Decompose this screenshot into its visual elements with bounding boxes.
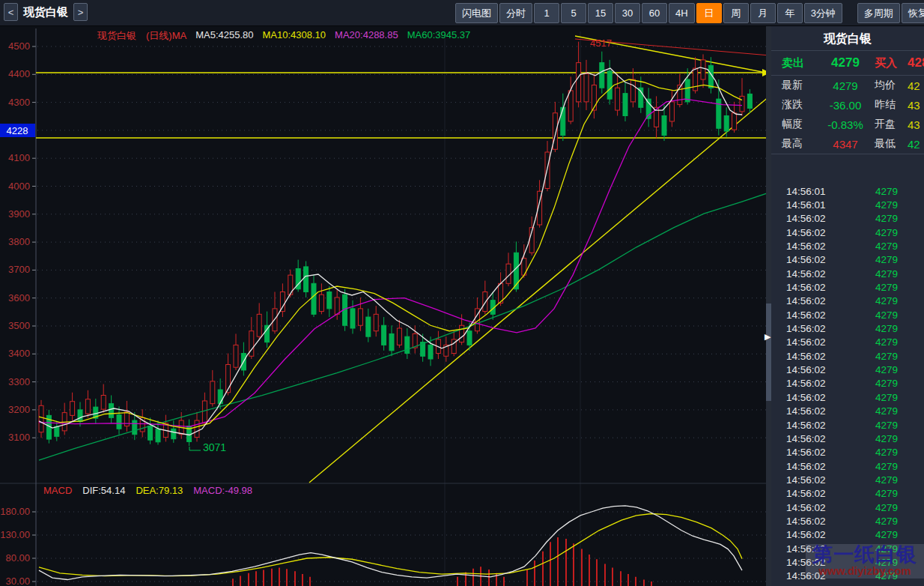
svg-text:3071: 3071 xyxy=(203,441,226,453)
tick-price: 4279 xyxy=(875,351,898,362)
period-button-5[interactable]: 5 xyxy=(561,3,586,23)
period-button-4H[interactable]: 4H xyxy=(669,3,695,23)
bid-ask-row: 卖出 4279 买入 428 xyxy=(771,51,924,76)
quote-label: 幅度 xyxy=(782,118,816,131)
tick-price: 4279 xyxy=(875,378,898,389)
tick-price: 4279 xyxy=(875,461,898,472)
tick-time: 14:56:02 xyxy=(786,405,826,417)
tick-row: 14:56:024279 xyxy=(771,487,924,501)
tick-time: 14:56:02 xyxy=(786,502,826,513)
splitter-handle[interactable] xyxy=(766,303,771,401)
svg-text:4500: 4500 xyxy=(8,40,30,52)
tick-price: 4279 xyxy=(875,488,898,499)
tick-time: 14:56:01 xyxy=(786,186,826,197)
quote-value: 42 xyxy=(908,138,924,151)
tick-row: 14:56:024279 xyxy=(771,528,924,542)
quote-row: 幅度-0.83%开盘43 xyxy=(771,115,924,134)
period-button-年[interactable]: 年 xyxy=(777,3,803,23)
tick-time: 14:56:02 xyxy=(786,392,826,403)
svg-text:4517: 4517 xyxy=(590,37,612,49)
quote-row: 涨跌-36.00昨结43 xyxy=(771,95,924,115)
price-macd-chart[interactable]: 4500440043004100400039003800370036003500… xyxy=(0,26,771,586)
tick-price: 4279 xyxy=(875,227,898,238)
tick-price: 4279 xyxy=(875,199,898,211)
svg-text:4400: 4400 xyxy=(8,68,30,79)
period-button-分时[interactable]: 分时 xyxy=(499,3,532,23)
tick-row: 14:56:024279 xyxy=(771,321,924,335)
tick-price: 4279 xyxy=(875,268,898,280)
next-symbol-button[interactable]: > xyxy=(73,3,88,21)
tick-row: 14:56:024279 xyxy=(771,514,924,528)
tick-time: 14:56:02 xyxy=(786,336,826,348)
tick-row: 14:56:014279 xyxy=(771,184,924,198)
tick-time: 14:56:02 xyxy=(786,461,826,472)
quote-panel: 现货白银 卖出 4279 买入 428 最新4279均价42涨跌-36.00昨结… xyxy=(771,26,924,586)
tick-price: 4279 xyxy=(875,241,898,252)
svg-text:3900: 3900 xyxy=(8,208,30,220)
tick-row: 14:56:024279 xyxy=(771,583,924,586)
tick-row: 14:56:024279 xyxy=(771,267,924,280)
tick-row: 14:56:024279 xyxy=(771,349,924,363)
period-button-15[interactable]: 15 xyxy=(588,3,613,23)
svg-text:3600: 3600 xyxy=(8,292,30,303)
watermark-title: 第一纸白银 xyxy=(806,544,924,565)
tick-time: 14:56:02 xyxy=(786,420,826,431)
tick-time: 14:56:02 xyxy=(786,364,826,375)
tick-row: 14:56:024279 xyxy=(771,446,924,459)
tick-time: 14:56:02 xyxy=(786,268,826,280)
prev-symbol-button[interactable]: < xyxy=(4,3,18,21)
period-button-3分钟[interactable]: 3分钟 xyxy=(804,3,842,23)
tick-time: 14:56:02 xyxy=(786,378,826,389)
tick-time: 14:56:02 xyxy=(786,241,826,252)
svg-text:4228: 4228 xyxy=(7,125,28,136)
tick-time: 14:56:02 xyxy=(786,282,826,293)
tick-price: 4279 xyxy=(875,254,898,265)
watermark: 第一纸白银 www.diyizby.com xyxy=(806,544,924,579)
tick-price: 4279 xyxy=(875,405,898,417)
tick-time: 14:56:02 xyxy=(786,213,826,224)
period-button-60[interactable]: 60 xyxy=(642,3,667,23)
tick-row: 14:56:024279 xyxy=(771,294,924,308)
quote-label: 最高 xyxy=(782,137,816,151)
tick-price: 4279 xyxy=(875,516,898,527)
period-button-闪电图[interactable]: 闪电图 xyxy=(455,3,498,23)
symbol-title: 现货白银 xyxy=(22,5,70,19)
time-sales-list[interactable]: 14:56:01427914:56:01427914:56:02427914:5… xyxy=(771,184,924,586)
collapse-panel-icon[interactable]: ▶ xyxy=(765,332,770,342)
period-button-恢复[interactable]: 恢复 xyxy=(902,3,924,23)
period-button-月[interactable]: 月 xyxy=(750,3,776,23)
tick-row: 14:56:024279 xyxy=(771,390,924,404)
tick-row: 14:56:024279 xyxy=(771,377,924,390)
tick-row: 14:56:014279 xyxy=(771,198,924,211)
tick-price: 4279 xyxy=(875,282,898,293)
tick-time: 14:56:02 xyxy=(786,309,826,321)
tick-time: 14:56:02 xyxy=(786,351,826,362)
top-toolbar: < 现货白银 > 闪电图分时151530604H日周月年3分钟多周期恢复 xyxy=(0,0,924,26)
tick-row: 14:56:024279 xyxy=(771,432,924,445)
svg-text:3200: 3200 xyxy=(8,404,30,415)
quote-row: 最新4279均价42 xyxy=(771,76,924,95)
quote-label: 昨结 xyxy=(875,98,908,112)
period-button-周[interactable]: 周 xyxy=(723,3,749,23)
tick-time: 14:56:02 xyxy=(786,529,826,540)
tick-price: 4279 xyxy=(875,529,898,540)
tick-price: 4279 xyxy=(875,474,898,486)
quote-value: 43 xyxy=(908,118,924,131)
symbol-navigator: < 现货白银 > xyxy=(4,3,88,21)
period-button-日[interactable]: 日 xyxy=(696,3,722,23)
tick-price: 4279 xyxy=(875,323,898,334)
quote-value: 4279 xyxy=(816,79,875,92)
svg-text:4300: 4300 xyxy=(8,97,30,108)
period-button-多周期[interactable]: 多周期 xyxy=(857,3,900,23)
period-button-1[interactable]: 1 xyxy=(534,3,559,23)
panel-splitter[interactable]: ▶ xyxy=(766,26,771,586)
chart-canvas[interactable]: 4500440043004100400039003800370036003500… xyxy=(0,26,771,586)
quote-value: 4347 xyxy=(816,138,875,151)
period-button-30[interactable]: 30 xyxy=(615,3,640,23)
bid-label: 卖出 xyxy=(782,56,816,70)
tick-row: 14:56:024279 xyxy=(771,418,924,432)
ask-label: 买入 xyxy=(875,56,908,70)
svg-text:130.00: 130.00 xyxy=(0,529,30,540)
quote-grid: 最新4279均价42涨跌-36.00昨结43幅度-0.83%开盘43最高4347… xyxy=(771,76,924,154)
tick-row: 14:56:024279 xyxy=(771,501,924,514)
